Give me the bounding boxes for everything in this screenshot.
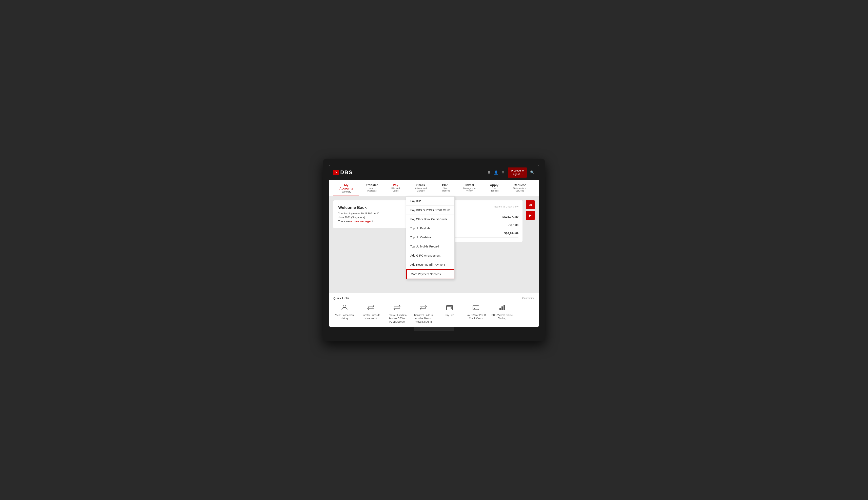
pay-dropdown-menu: Pay Bills Pay DBS or POSB Credit Cards P… [406,196,455,279]
person-icon [340,303,349,312]
nav-label-apply: Apply [488,183,501,187]
welcome-card: Welcome Back Your last login was 10:28 P… [333,201,410,228]
quick-link-label-dbs-vickers: DBS Vickers OnlineTrading [491,314,513,320]
nav-item-my-accounts[interactable]: My Accounts Summary [333,180,359,196]
nav-item-request[interactable]: Request Statements or Services [505,180,535,196]
nav-label-cards: Cards [411,183,431,187]
logout-button[interactable]: Proceed toLogout → [508,168,527,178]
play-action-button[interactable]: ▶ [526,211,535,220]
mail-icon[interactable]: ✉ [502,170,504,175]
transfer-icon-3 [419,303,428,312]
dropdown-pay-dbs-posb[interactable]: Pay DBS or POSB Credit Cards [406,206,454,215]
messages-text: There are [338,220,350,223]
quick-link-dbs-vickers[interactable]: DBS Vickers OnlineTrading [491,303,513,323]
dropdown-top-up-mobile[interactable]: Top Up Mobile Prepaid [406,242,454,251]
svg-rect-7 [503,305,505,310]
laptop-stand [414,327,454,331]
search-icon[interactable]: 🔍 [530,170,535,175]
wallet-icon [445,303,454,312]
svg-rect-6 [502,306,503,310]
messages-link[interactable]: no new messages [350,220,372,223]
nav-label-my-accounts: My Accounts [338,183,355,190]
quick-link-label-view-transaction: View TransactionHistory [335,314,354,320]
financial-value-1: -S$ 1.00 [508,224,518,227]
action-buttons: ✉ ▶ [526,201,535,220]
nav-sub-transfer: Local or Overseas [363,187,380,192]
header: ✕ DBS ⊞ 👤 ✉ Proceed toLogout → 🔍 [329,165,539,180]
svg-point-0 [343,305,346,308]
svg-rect-3 [473,306,479,310]
transfer-icon-1 [366,303,375,312]
dropdown-pay-other-bank[interactable]: Pay Other Bank Credit Cards [406,215,454,224]
customise-link[interactable]: Customise [522,297,535,300]
nav-sub-invest: Manage your Wealth [460,187,479,192]
dbs-logo-icon: ✕ [333,170,339,175]
logo: ✕ DBS [333,169,353,175]
quick-link-label-transfer-dbs: Transfer Funds toAnother DBS orPOSB Acco… [388,314,407,323]
nav-item-apply[interactable]: Apply New Products [483,180,505,196]
svg-rect-2 [451,307,452,308]
quick-links-title: Quick Links [333,297,349,300]
nav-label-plan: Plan [439,183,452,187]
quick-link-pay-bills[interactable]: Pay Bills [438,303,461,323]
nav-label-request: Request [509,183,530,187]
dbs-logo-text: DBS [340,169,353,175]
nav-sub-cards: Activate and Manage [411,187,431,192]
quick-link-label-transfer-my: Transfer Funds toMy Account [361,314,380,320]
welcome-text: Your last login was 10:28 PM on 30 June … [338,212,405,224]
card-icon [471,303,480,312]
mail-action-button[interactable]: ✉ [526,201,535,209]
nav-item-transfer[interactable]: Transfer Local or Overseas [359,180,385,196]
financial-value-0: S$78,971.89 [502,215,518,218]
dropdown-pay-bills[interactable]: Pay Bills [406,196,454,206]
dropdown-add-recurring[interactable]: Add Recurring Bill Payment [406,260,454,269]
quick-link-transfer-dbs-posb[interactable]: Transfer Funds toAnother DBS orPOSB Acco… [386,303,408,323]
svg-rect-4 [473,308,475,309]
quick-links-section: Quick Links Customise View TransactionHi… [329,293,539,327]
quick-link-pay-credit-cards[interactable]: Pay DBS or POSBCredit Cards [465,303,487,323]
laptop-screen: ✕ DBS ⊞ 👤 ✉ Proceed toLogout → 🔍 My Acco… [329,164,539,327]
date-text: June 2021 (Singapore) [338,216,365,219]
quick-link-label-pay-bills: Pay Bills [445,314,454,317]
quick-link-view-transaction[interactable]: View TransactionHistory [333,303,356,323]
quick-link-label-pay-credit: Pay DBS or POSBCredit Cards [466,314,486,320]
user-icon[interactable]: 👤 [494,170,498,175]
main-content: Pay Bills Pay DBS or POSB Credit Cards P… [329,196,539,293]
nav-label-invest: Invest [460,183,479,187]
quick-link-transfer-my-account[interactable]: Transfer Funds toMy Account [359,303,382,323]
quick-links-header: Quick Links Customise [333,297,535,300]
dropdown-top-up-cashline[interactable]: Top Up Cashline [406,233,454,242]
dropdown-more-payment-services[interactable]: More Payment Services [406,269,454,279]
nav-item-cards[interactable]: Cards Activate and Manage [407,180,435,196]
nav-label-transfer: Transfer [363,183,380,187]
nav-sub-my-accounts: Summary [338,191,355,193]
chart-icon [498,303,506,312]
quick-links-grid: View TransactionHistory Transfer Funds t… [333,303,535,323]
last-login-text: Your last login was 10:28 PM on 30 [338,212,379,215]
nav-bar: My Accounts Summary Transfer Local or Ov… [329,180,539,196]
nav-item-pay[interactable]: Pay Bills and Cards [385,180,407,196]
svg-rect-5 [500,308,501,310]
welcome-title: Welcome Back [338,205,405,210]
header-right: ⊞ 👤 ✉ Proceed toLogout → 🔍 [488,168,535,178]
nav-label-pay: Pay [389,183,403,187]
nav-sub-plan: Your Finances [439,187,452,192]
switch-view-link[interactable]: Switch to Chart View [494,205,518,208]
network-icon[interactable]: ⊞ [488,170,491,175]
messages-suffix: for [372,220,375,223]
nav-item-plan[interactable]: Plan Your Finances [435,180,456,196]
laptop-frame: ✕ DBS ⊞ 👤 ✉ Proceed toLogout → 🔍 My Acco… [323,159,545,341]
dropdown-top-up-paylah[interactable]: Top Up PayLah! [406,224,454,233]
nav-sub-request: Statements or Services [509,187,530,192]
nav-sub-pay: Bills and Cards [389,187,403,192]
dropdown-add-giro[interactable]: Add GIRO Arrangement [406,251,454,260]
nav-item-invest[interactable]: Invest Manage your Wealth [456,180,483,196]
quick-link-transfer-other-bank[interactable]: Transfer Funds toAnother Bank'sAccount (… [412,303,434,323]
nav-sub-apply: New Products [488,187,501,192]
quick-link-label-transfer-other: Transfer Funds toAnother Bank'sAccount (… [414,314,433,323]
transfer-icon-2 [392,303,401,312]
financial-value-2: S$6,784.89 [504,232,518,235]
svg-rect-1 [446,305,453,310]
